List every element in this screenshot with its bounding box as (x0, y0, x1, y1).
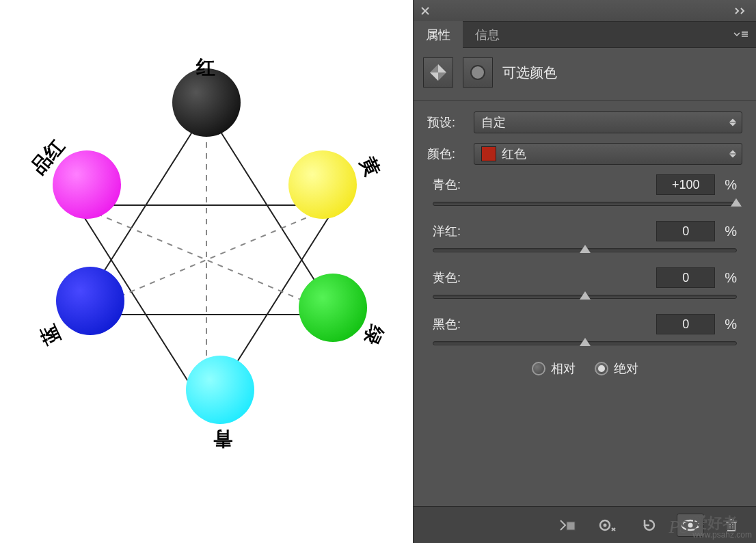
ball-cyan (186, 356, 254, 424)
colors-value: 红色 (502, 146, 526, 162)
preset-label: 预设: (427, 114, 465, 131)
properties-panel: 属性 信息 可选颜色 预设: 自定 颜色: 红色 (413, 0, 756, 543)
radio-dot-absolute (595, 362, 608, 375)
method-absolute-radio[interactable]: 绝对 (595, 360, 638, 377)
svg-point-16 (604, 523, 607, 527)
slider-cyan-group: 青色: +100 % (427, 174, 742, 206)
adjustment-header: 可选颜色 (414, 48, 756, 97)
watermark: PS 爱好者 www.psahz.com (669, 516, 752, 539)
method-absolute-label: 绝对 (614, 360, 638, 377)
adjustment-name: 可选颜色 (502, 64, 557, 82)
slider-magenta-label: 洋红: (433, 223, 461, 239)
watermark-cn: 爱好者 (692, 516, 752, 531)
ball-magenta (53, 150, 121, 219)
slider-yellow-value[interactable]: 0 (656, 267, 715, 288)
clip-to-layer-icon[interactable] (554, 514, 581, 537)
reset-icon[interactable] (636, 514, 663, 537)
slider-yellow-unit: % (725, 270, 737, 286)
slider-black-track[interactable] (433, 341, 737, 345)
adjustment-type-icon[interactable] (423, 57, 453, 88)
ball-blue (56, 267, 124, 335)
slider-yellow-thumb[interactable] (580, 291, 591, 300)
svg-marker-12 (430, 72, 438, 81)
document-canvas: 红 黄 绿 青 蓝 品红 (0, 0, 413, 543)
slider-black-unit: % (725, 317, 737, 332)
label-red: 红 (196, 55, 215, 81)
svg-rect-14 (567, 522, 575, 530)
ball-yellow (288, 150, 357, 219)
radio-dot-relative (532, 362, 545, 375)
watermark-logo: PS (669, 517, 688, 538)
preset-value: 自定 (481, 114, 506, 131)
tab-properties[interactable]: 属性 (414, 21, 463, 49)
panel-collapse-icon[interactable] (731, 5, 751, 17)
slider-yellow-label: 黄色: (433, 269, 461, 286)
slider-cyan-track[interactable] (433, 202, 737, 206)
tab-info[interactable]: 信息 (463, 21, 512, 49)
slider-cyan-value[interactable]: +100 (656, 174, 715, 195)
slider-black-value[interactable]: 0 (656, 314, 715, 334)
watermark-url: www.psahz.com (692, 531, 752, 539)
panel-titlebar (414, 0, 756, 22)
label-cyan: 青 (213, 425, 232, 451)
preset-select[interactable]: 自定 (474, 111, 742, 133)
ball-green (299, 274, 367, 342)
slider-magenta-unit: % (725, 224, 737, 239)
slider-cyan-thumb[interactable] (731, 198, 742, 207)
method-relative-label: 相对 (551, 360, 576, 377)
color-swatch (481, 146, 496, 161)
color-star-diagram: 红 黄 绿 青 蓝 品红 (15, 27, 398, 410)
slider-yellow-track[interactable] (433, 295, 737, 299)
panel-menu-icon[interactable] (725, 27, 756, 42)
previous-state-icon[interactable] (595, 514, 622, 537)
slider-black-label: 黑色: (433, 316, 461, 332)
panel-tabbar: 属性 信息 (414, 22, 756, 48)
svg-point-13 (471, 66, 485, 79)
slider-yellow-group: 黄色: 0 % (427, 267, 742, 299)
method-relative-radio[interactable]: 相对 (532, 360, 576, 377)
slider-magenta-group: 洋红: 0 % (427, 221, 742, 252)
slider-black-group: 黑色: 0 % (427, 314, 742, 345)
panel-body: 预设: 自定 颜色: 红色 青色: +100 % (414, 103, 756, 397)
slider-cyan-label: 青色: (433, 176, 461, 193)
slider-black-thumb[interactable] (580, 338, 591, 346)
slider-magenta-thumb[interactable] (580, 245, 591, 253)
slider-cyan-unit: % (725, 177, 737, 193)
colors-select[interactable]: 红色 (474, 143, 742, 165)
slider-magenta-track[interactable] (433, 248, 737, 252)
colors-label: 颜色: (427, 146, 465, 162)
method-radio-row: 相对 绝对 (427, 360, 742, 377)
svg-marker-11 (438, 64, 446, 72)
mask-icon[interactable] (463, 57, 493, 88)
close-icon[interactable] (419, 5, 431, 17)
slider-magenta-value[interactable]: 0 (656, 221, 715, 241)
